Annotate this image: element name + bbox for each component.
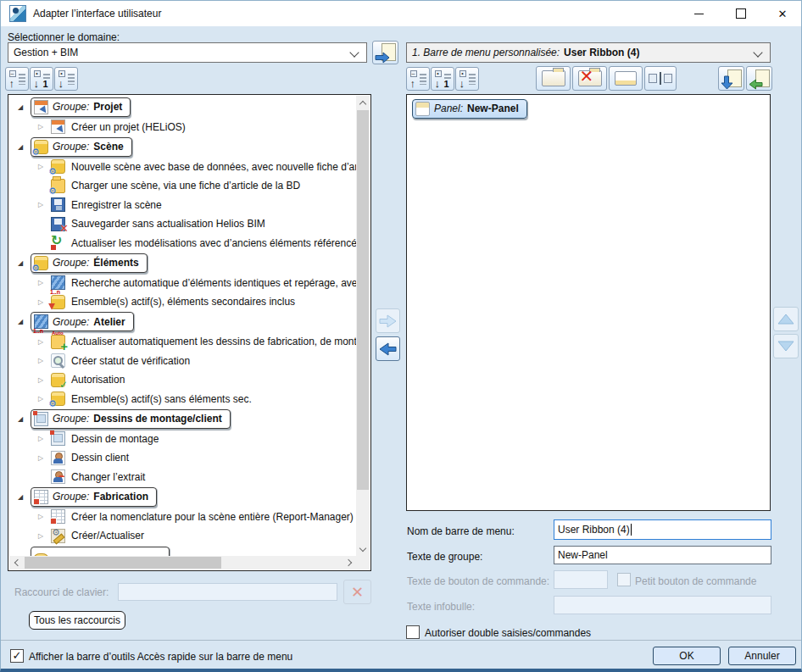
- group-frame: Groupe:Éléments: [31, 253, 148, 273]
- move-down-button[interactable]: [773, 334, 799, 358]
- tree-item-row[interactable]: ▷Actualiser automatiquement les dessins …: [9, 332, 356, 352]
- close-button[interactable]: ✕: [763, 1, 802, 26]
- undo-page-icon: [749, 69, 770, 88]
- scroll-right-button[interactable]: [343, 556, 356, 569]
- menu-name-value: User Ribbon (4): [558, 524, 630, 536]
- switch-domain-button[interactable]: [372, 41, 398, 64]
- scroll-up-button[interactable]: [356, 96, 370, 109]
- expanded-icon[interactable]: ◢: [18, 259, 31, 267]
- vertical-scrollbar[interactable]: [356, 96, 370, 556]
- insert-separator-button[interactable]: [644, 66, 677, 91]
- tree-item-row[interactable]: ▷Ensemble(s) actif(s), éléments secondai…: [9, 292, 356, 312]
- horizontal-scrollbar[interactable]: [9, 556, 356, 569]
- tree-item-row[interactable]: Actualiser les modélisations avec d’anci…: [9, 234, 356, 253]
- tree-group-row[interactable]: ◢Groupe:Dessins de montage/client: [9, 408, 356, 430]
- vertical-scrollbar-thumb[interactable]: [357, 110, 369, 490]
- tree-item-row[interactable]: ▷Ensemble(s) actif(s) sans éléments sec.: [9, 390, 356, 409]
- collapsed-icon[interactable]: ▷: [38, 201, 51, 208]
- tree-group-row[interactable]: ◢Groupe:Atelier: [9, 312, 356, 333]
- tree-item-row[interactable]: ▷Créer/Actualiser: [9, 526, 356, 546]
- ok-button[interactable]: OK: [653, 647, 721, 665]
- ribbon-sort-descending-button[interactable]: •↓: [455, 67, 479, 91]
- group-frame: Groupe:Dessins de montage/client: [31, 409, 231, 429]
- tree-item-row[interactable]: ▷Créer un projet (HELiOS): [9, 118, 356, 137]
- collapsed-icon[interactable]: ▷: [38, 279, 51, 286]
- collapsed-icon[interactable]: ▷: [38, 454, 51, 462]
- tree-item-row[interactable]: ▷Créer la nomenclature pour la scène ent…: [9, 508, 356, 527]
- cancel-button[interactable]: Annuler: [728, 647, 796, 665]
- ribbon-select[interactable]: 1. Barre de menu personnalisée: User Rib…: [406, 42, 771, 63]
- sort-ascending-button[interactable]: –↑: [5, 67, 29, 91]
- collapsed-icon[interactable]: ▷: [38, 357, 51, 364]
- collapsed-icon[interactable]: ▷: [38, 376, 51, 384]
- tree-group-row[interactable]: ◢Groupe:Fabrication: [9, 486, 356, 508]
- quick-access-label: Afficher la barre d’outils Accès rapide …: [29, 651, 292, 663]
- button-text-input[interactable]: [554, 570, 608, 589]
- delete-panel-button[interactable]: [572, 66, 607, 91]
- drawings-group-icon: [34, 412, 48, 426]
- domain-select[interactable]: Gestion + BIM: [8, 42, 367, 63]
- collapsed-icon[interactable]: ▷: [38, 338, 51, 346]
- new-panel-folder-button[interactable]: [536, 66, 571, 91]
- ribbon-sort-by-number-button[interactable]: •↓1: [431, 67, 454, 91]
- tooltip-text-input[interactable]: [554, 596, 771, 614]
- expanded-icon[interactable]: ◢: [18, 318, 31, 325]
- collapsed-icon[interactable]: ▷: [38, 435, 51, 442]
- sort-ascending-icon: –↑: [9, 71, 25, 87]
- expanded-icon[interactable]: ◢: [18, 103, 31, 111]
- tree-row-prefix: Panel:: [434, 103, 463, 114]
- maximize-button[interactable]: [721, 1, 760, 26]
- expanded-icon[interactable]: ◢: [18, 143, 31, 151]
- sort-by-number-button[interactable]: •↓1: [30, 67, 53, 91]
- menu-name-input[interactable]: User Ribbon (4): [554, 519, 771, 540]
- undo-changes-button[interactable]: [746, 66, 772, 91]
- minimize-button[interactable]: [679, 1, 718, 26]
- tree-item-row[interactable]: ▷Nouvelle scène avec base de données, av…: [9, 158, 356, 177]
- collapsed-icon[interactable]: ▷: [38, 123, 51, 131]
- collapsed-icon[interactable]: ▷: [38, 532, 51, 540]
- expanded-icon[interactable]: ◢: [18, 493, 31, 501]
- sort-descending-button[interactable]: •↓: [54, 67, 78, 91]
- scroll-down-button[interactable]: [356, 542, 370, 556]
- tree-item-row[interactable]: ▷Autorisation: [9, 370, 356, 390]
- expanded-icon[interactable]: ◢: [18, 415, 31, 423]
- item-content: Dessin client: [51, 451, 129, 465]
- move-left-icon: [379, 342, 397, 356]
- tree-group-row[interactable]: ◢Groupe:Éléments: [9, 253, 356, 274]
- tree-group-row[interactable]: ◢Groupe:Projet: [9, 97, 356, 118]
- tree-item-row[interactable]: Charger une scène, via une fiche d’artic…: [9, 176, 356, 196]
- shortcut-input[interactable]: [118, 583, 337, 601]
- panel-tree-row[interactable]: Panel:New-Panel: [408, 97, 769, 119]
- tree-item-row[interactable]: ▷Dessin client: [9, 448, 356, 468]
- group-text-input[interactable]: New-Panel: [554, 546, 771, 564]
- delete-shortcut-button[interactable]: ✕: [343, 580, 371, 604]
- ribbon-sort-ascending-button[interactable]: –↑: [406, 67, 430, 91]
- tree-item-row[interactable]: [9, 546, 356, 557]
- collapsed-icon[interactable]: ▷: [38, 513, 51, 520]
- tree-group-row[interactable]: ◢Groupe:Scène: [9, 136, 356, 158]
- small-button-checkbox[interactable]: [617, 573, 631, 586]
- tree-item-row[interactable]: ▷Créer statut de vérification: [9, 352, 356, 371]
- tree-item-row[interactable]: ▷Dessin de montage: [9, 430, 356, 449]
- auto-search-icon: [51, 275, 65, 290]
- collapsed-icon[interactable]: ▷: [38, 298, 51, 306]
- allow-double-label: Autoriser double saisies/commandes: [425, 627, 591, 639]
- allow-double-checkbox[interactable]: [406, 625, 420, 639]
- tree-item-row[interactable]: Changer l’extrait: [9, 468, 356, 487]
- move-right-button[interactable]: [376, 308, 400, 333]
- app-icon: [9, 5, 26, 22]
- scroll-left-button[interactable]: [9, 556, 23, 569]
- tree-row-label: Fabrication: [93, 491, 148, 503]
- apply-changes-button[interactable]: [718, 66, 744, 91]
- move-left-button[interactable]: [376, 336, 400, 361]
- tree-item-row[interactable]: ▷Recherche automatique d’éléments identi…: [9, 274, 356, 293]
- quick-access-checkbox[interactable]: [10, 649, 24, 663]
- tree-item-row[interactable]: Sauvegarder sans actualisation Helios BI…: [9, 214, 356, 234]
- new-panel-button[interactable]: [609, 66, 643, 91]
- tree-item-row[interactable]: ▷Enregistrer la scène: [9, 196, 356, 215]
- move-up-button[interactable]: [773, 307, 799, 331]
- refresh-models-icon: [51, 236, 65, 250]
- horizontal-scrollbar-thumb[interactable]: [25, 557, 221, 569]
- all-shortcuts-button[interactable]: Tous les raccourcis: [29, 611, 125, 630]
- item-content: Ensemble(s) actif(s), éléments secondair…: [51, 295, 295, 309]
